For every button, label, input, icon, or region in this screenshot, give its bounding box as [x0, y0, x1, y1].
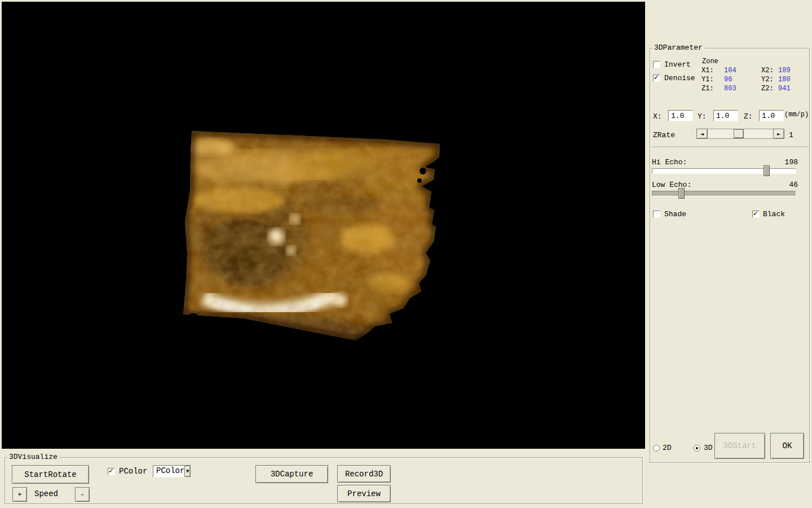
zrate-scrollbar[interactable]: ◄ ►: [696, 129, 784, 139]
zrate-scrollbar-track[interactable]: [708, 129, 773, 139]
black-checkbox[interactable]: ✓: [752, 211, 760, 218]
record-3d-button[interactable]: Record3D: [337, 465, 391, 483]
zone-x1-label: X1:: [701, 67, 714, 75]
check-icon: ✓: [108, 467, 114, 475]
pcolor-combobox-value: PColor: [153, 466, 184, 477]
hi-echo-slider-thumb[interactable]: [764, 165, 770, 176]
mode-3d-radio[interactable]: [694, 445, 700, 452]
param-groupbox: 3DParameter ✓ Invert ✓ Denoise Zone X1: …: [650, 48, 810, 463]
zone-z1-value: 803: [724, 85, 736, 93]
separator: [652, 147, 809, 148]
invert-checkbox[interactable]: ✓: [653, 61, 660, 68]
speed-plus-button[interactable]: +: [12, 487, 27, 502]
zrate-label: ZRate: [653, 131, 675, 139]
y-scale-label: Y:: [698, 112, 707, 121]
mode-2d-label: 2D: [663, 444, 672, 452]
ultrasound-volume-render[interactable]: [2, 2, 645, 449]
zone-x1-value: 104: [724, 67, 736, 75]
hi-echo-slider-track[interactable]: [652, 168, 796, 174]
hi-echo-label: Hi Echo:: [652, 158, 687, 167]
zone-y1-value: 96: [724, 76, 732, 84]
hi-echo-value: 198: [776, 158, 798, 167]
zone-z2-label: Z2:: [761, 85, 774, 93]
scroll-right-icon[interactable]: ►: [773, 129, 784, 139]
denoise-label: Denoise: [664, 74, 695, 82]
visualize-group-title: 3DVisualize: [7, 453, 59, 462]
invert-label: Invert: [664, 60, 691, 69]
low-echo-slider-track[interactable]: [652, 191, 796, 196]
zone-z1-label: Z1:: [701, 85, 714, 93]
zrate-scrollbar-thumb[interactable]: [734, 129, 744, 138]
x-scale-input[interactable]: [668, 110, 693, 121]
zone-y2-value: 180: [778, 76, 791, 84]
scroll-left-icon[interactable]: ◄: [696, 129, 708, 139]
y-scale-input[interactable]: [713, 110, 738, 121]
z-scale-input[interactable]: [759, 110, 784, 121]
scale-unit-label: (mm/p): [784, 111, 809, 119]
zone-y1-label: Y1:: [701, 76, 714, 84]
mode-3d-label: 3D: [704, 444, 713, 452]
visualize-groupbox: 3DVisualize StartRotate + Speed - ✓ PCol…: [5, 457, 643, 504]
render-viewport[interactable]: [2, 2, 645, 449]
low-echo-slider-thumb[interactable]: [678, 188, 685, 199]
preview-button[interactable]: Preview: [337, 485, 391, 502]
zone-x2-label: X2:: [761, 67, 774, 75]
low-echo-value: 46: [776, 181, 798, 189]
chevron-down-icon[interactable]: ▼: [184, 466, 191, 477]
x-scale-label: X:: [653, 112, 662, 121]
app-window: { "colors": { "panel_bg": "#ece9d8", "vi…: [0, 0, 812, 508]
zone-z2-value: 941: [778, 85, 791, 93]
mode-2d-radio[interactable]: [653, 445, 660, 452]
black-label: Black: [763, 210, 785, 218]
pcolor-combobox[interactable]: PColor ▼: [153, 465, 191, 478]
zrate-value: 1: [789, 131, 793, 139]
zone-x2-value: 189: [778, 67, 791, 75]
ok-button[interactable]: OK: [770, 433, 804, 459]
check-icon: ✓: [753, 209, 758, 217]
denoise-checkbox[interactable]: ✓: [653, 75, 660, 82]
low-echo-label: Low Echo:: [652, 181, 691, 189]
zone-title: Zone: [702, 58, 718, 66]
pcolor-checkbox[interactable]: ✓: [108, 468, 115, 475]
shade-label: Shade: [664, 210, 686, 218]
speed-minus-button[interactable]: -: [75, 487, 90, 502]
param-group-title: 3DParameter: [652, 43, 704, 52]
shade-checkbox[interactable]: ✓: [653, 211, 660, 218]
start3d-button[interactable]: 3DStart: [714, 433, 765, 459]
speed-label: Speed: [34, 490, 58, 498]
pcolor-label: PColor: [119, 467, 147, 476]
start-rotate-button[interactable]: StartRotate: [12, 465, 89, 484]
zone-y2-label: Y2:: [761, 76, 774, 84]
capture-3d-button[interactable]: 3DCapture: [255, 465, 328, 483]
check-icon: ✓: [654, 73, 659, 81]
z-scale-label: Z:: [744, 112, 753, 121]
